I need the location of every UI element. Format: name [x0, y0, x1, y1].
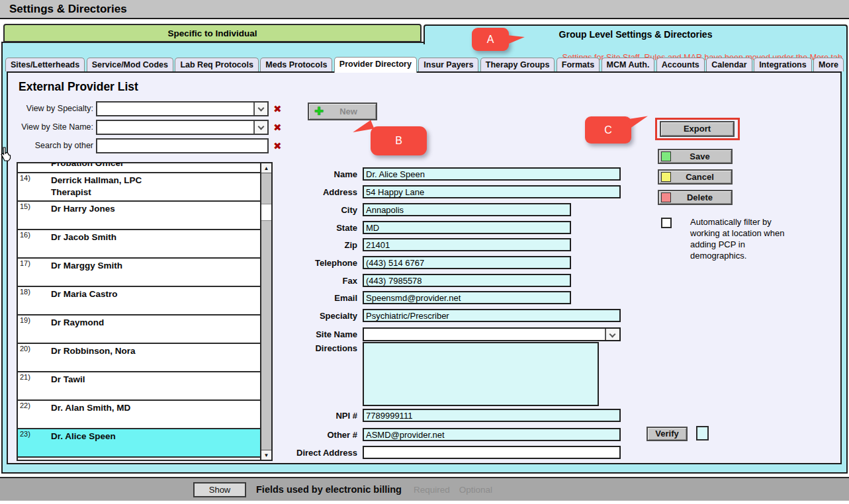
address-field[interactable]: [363, 185, 621, 198]
npi-label: NPI #: [245, 411, 357, 421]
clear-site-filter-icon[interactable]: ✖: [273, 122, 285, 134]
tab-accounts[interactable]: Accounts: [656, 58, 705, 71]
tab-sites-letterheads[interactable]: Sites/Letterheads: [5, 58, 85, 71]
filter-specialty-label: View by Specialty:: [7, 104, 93, 113]
city-label: City: [245, 205, 357, 215]
auto-filter-label: Automatically filter by working at locat…: [690, 216, 787, 262]
name-label: Name: [245, 169, 357, 179]
directions-label: Directions: [245, 343, 357, 353]
tab-lab-req-protocols[interactable]: Lab Req Protocols: [175, 58, 258, 71]
site-name-select[interactable]: [363, 327, 621, 341]
directions-textarea[interactable]: [363, 342, 599, 406]
list-item-dr-marggy-smith[interactable]: 17)Dr Marggy Smith: [18, 259, 260, 287]
list-item-derrick-hallman-lpc[interactable]: 14)Derrick Hallman, LPCTherapist: [18, 173, 260, 202]
filter-site-value[interactable]: [97, 121, 267, 134]
email-field[interactable]: [363, 291, 571, 304]
tab-meds-protocols[interactable]: Meds Protocols: [260, 58, 332, 71]
other-number-label: Other #: [245, 430, 357, 440]
list-item-dr-harry-jones[interactable]: 15)Dr Harry Jones: [18, 202, 260, 230]
direct-address-label: Direct Address: [245, 448, 357, 458]
state-label: State: [245, 223, 357, 233]
tab-insur-payers[interactable]: Insur Payers: [418, 58, 478, 71]
export-button[interactable]: Export: [660, 121, 735, 137]
filter-other-label: Search by other: [7, 141, 93, 150]
fax-field[interactable]: [363, 274, 571, 287]
specialty-label: Specialty: [245, 311, 357, 321]
billing-legend: RequiredOptional: [414, 485, 502, 495]
provider-list: Probation Officer14)Derrick Hallman, LPC…: [17, 162, 273, 461]
cancel-swatch-icon: [661, 172, 671, 182]
filter-other-value[interactable]: [97, 140, 267, 152]
specialty-field[interactable]: [363, 309, 621, 322]
list-item-dr-robbinson-nora[interactable]: 20)Dr Robbinson, Nora: [18, 344, 260, 372]
show-billing-fields-button[interactable]: Show: [193, 482, 246, 497]
telephone-label: Telephone: [245, 258, 357, 268]
state-field[interactable]: [363, 221, 571, 234]
delete-swatch-icon: [661, 192, 671, 202]
filter-specialty-value[interactable]: [97, 103, 267, 115]
zip-field[interactable]: [363, 238, 571, 251]
site-name-input[interactable]: [364, 329, 619, 341]
address-label: Address: [245, 187, 357, 197]
list-item-dr-jacob-smith[interactable]: 16)Dr Jacob Smith: [18, 230, 260, 259]
name-field[interactable]: [363, 167, 621, 181]
billing-fields-label: Fields used by electronic billing: [256, 484, 402, 495]
email-label: Email: [245, 293, 357, 303]
chevron-down-icon: [609, 331, 616, 338]
clear-other-filter-icon[interactable]: ✖: [273, 140, 285, 152]
tab-mcm-auth[interactable]: MCM Auth.: [602, 58, 655, 71]
list-item-dr-tawil[interactable]: 21)Dr Tawil: [18, 372, 260, 401]
auto-filter-checkbox[interactable]: [661, 218, 672, 228]
telephone-field[interactable]: [363, 256, 571, 269]
annotation-callout-a: A: [472, 28, 509, 51]
tab-therapy-groups[interactable]: Therapy Groups: [480, 58, 555, 71]
required-label: Required: [414, 485, 450, 495]
chevron-down-icon: [258, 105, 265, 112]
section-heading: External Provider List: [19, 80, 138, 94]
tab-specific-to-individual[interactable]: Specific to Individual: [3, 24, 422, 42]
optional-label: Optional: [459, 485, 492, 495]
tab-more[interactable]: More: [813, 58, 844, 71]
delete-button[interactable]: Delete: [658, 190, 733, 205]
mouse-hand-cursor: [0, 147, 12, 163]
settings-subtabs: Sites/LetterheadsService/Mod CodesLab Re…: [5, 58, 844, 73]
filter-site-label: View by Site Name:: [7, 122, 93, 132]
npi-field[interactable]: [363, 409, 621, 422]
list-item-dr-raymond[interactable]: 19)Dr Raymond: [18, 315, 260, 344]
list-item-dr-alice-speen[interactable]: 23)Dr. Alice Speen: [18, 429, 260, 458]
verify-checkbox[interactable]: [696, 426, 709, 441]
window-header: Settings & Directories: [0, 0, 849, 19]
tab-integrations[interactable]: Integrations: [754, 58, 812, 71]
app-window: Settings & Directories Specific to Indiv…: [0, 0, 849, 504]
tab-formats[interactable]: Formats: [557, 58, 600, 71]
chevron-down-icon: [258, 124, 265, 130]
new-provider-button[interactable]: ✚ New: [308, 103, 377, 120]
footer-bar: Show Fields used by electronic billing R…: [0, 477, 849, 501]
verify-button[interactable]: Verify: [647, 427, 688, 441]
tab-calendar[interactable]: Calendar: [706, 58, 752, 71]
clear-specialty-filter-icon[interactable]: ✖: [273, 103, 285, 115]
fax-label: Fax: [245, 276, 357, 286]
annotation-callout-c: C: [585, 116, 631, 144]
list-item-dr-maria-castro[interactable]: 18)Dr Maria Castro: [18, 287, 260, 315]
filter-other-input[interactable]: [96, 138, 269, 153]
city-field[interactable]: [363, 203, 571, 216]
annotation-callout-b: B: [371, 126, 427, 155]
tab-service-mod-codes[interactable]: Service/Mod Codes: [87, 58, 173, 71]
site-name-label: Site Name: [245, 329, 357, 339]
list-item-dr-alan-smith-md[interactable]: 22)Dr. Alan Smith, MD: [18, 401, 260, 429]
save-swatch-icon: [661, 151, 671, 161]
cancel-button[interactable]: Cancel: [658, 169, 733, 185]
tab-provider-directory[interactable]: Provider Directory: [334, 57, 417, 73]
direct-address-field[interactable]: [363, 446, 621, 459]
page-title: Settings & Directories: [9, 3, 127, 16]
save-button[interactable]: Save: [658, 149, 733, 164]
filter-specialty-dropdown[interactable]: [96, 101, 269, 116]
list-item-clipped[interactable]: Probation Officer: [18, 163, 260, 173]
plus-icon: ✚: [314, 105, 324, 118]
other-number-field[interactable]: [363, 428, 621, 441]
filter-site-dropdown[interactable]: [96, 120, 269, 135]
zip-label: Zip: [245, 240, 357, 250]
